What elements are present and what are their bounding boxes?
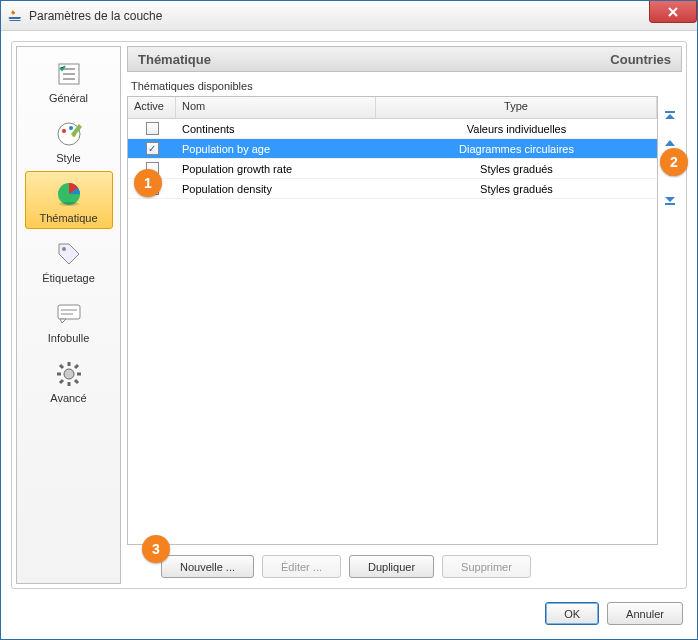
main-panel: Thématique Countries Thématiques disponi… — [127, 46, 682, 584]
col-type[interactable]: Type — [376, 97, 657, 118]
ok-button[interactable]: OK — [545, 602, 599, 625]
sidebar-item-style[interactable]: Style — [25, 111, 113, 169]
sidebar-item-general[interactable]: Général — [25, 51, 113, 109]
svg-point-9 — [64, 369, 74, 379]
cell-nom: Population growth rate — [176, 163, 376, 175]
active-checkbox[interactable]: ✓ — [146, 142, 159, 155]
checklist-icon — [53, 58, 85, 90]
cell-active: ✓ — [128, 142, 176, 155]
window-title: Paramètres de la couche — [29, 9, 162, 23]
tooltip-icon — [53, 298, 85, 330]
svg-point-3 — [69, 126, 73, 130]
move-bottom-icon — [663, 193, 677, 207]
action-buttons: Nouvelle ... Éditer ... Dupliquer Suppri… — [127, 545, 682, 584]
section-title: Thématique — [138, 52, 211, 67]
sidebar-item-avance[interactable]: Avancé — [25, 351, 113, 409]
col-active[interactable]: Active — [128, 97, 176, 118]
java-icon — [7, 8, 23, 24]
titlebar: Paramètres de la couche — [1, 1, 697, 31]
content-panel: Général Style Thématique Étiquetage Info… — [11, 41, 687, 589]
cell-nom: Population density — [176, 183, 376, 195]
svg-point-2 — [62, 129, 66, 133]
callout-2: 2 — [660, 148, 688, 176]
table-row[interactable]: ✓Population densityStyles gradués — [128, 179, 657, 199]
sidebar-item-label: Général — [49, 92, 88, 104]
move-bottom-button[interactable] — [662, 192, 678, 208]
svg-point-1 — [58, 123, 80, 145]
sidebar-item-label: Thématique — [39, 212, 97, 224]
sidebar-item-thematique[interactable]: Thématique — [25, 171, 113, 229]
table-row[interactable]: ContinentsValeurs individuelles — [128, 119, 657, 139]
sidebar-item-label: Avancé — [50, 392, 87, 404]
active-checkbox[interactable] — [146, 122, 159, 135]
tag-icon — [53, 238, 85, 270]
sidebar-item-infobulle[interactable]: Infobulle — [25, 291, 113, 349]
table-header: Active Nom Type — [128, 97, 657, 119]
sidebar-item-label: Étiquetage — [42, 272, 95, 284]
layer-name: Countries — [610, 52, 671, 67]
move-top-button[interactable] — [662, 108, 678, 124]
cell-type: Styles gradués — [376, 163, 657, 175]
cancel-button[interactable]: Annuler — [607, 602, 683, 625]
close-button[interactable] — [649, 1, 697, 23]
cell-nom: Population by age — [176, 143, 376, 155]
svg-point-7 — [62, 247, 66, 251]
close-icon — [668, 7, 678, 17]
sidebar: Général Style Thématique Étiquetage Info… — [16, 46, 121, 584]
col-nom[interactable]: Nom — [176, 97, 376, 118]
table-row[interactable]: Population growth rateStyles gradués — [128, 159, 657, 179]
table-area: Active Nom Type ContinentsValeurs indivi… — [127, 96, 682, 545]
available-thematics-label: Thématiques disponibles — [131, 80, 682, 92]
cell-type: Diagrammes circulaires — [376, 143, 657, 155]
sidebar-item-label: Style — [56, 152, 80, 164]
table-row[interactable]: ✓Population by ageDiagrammes circulaires — [128, 139, 657, 159]
section-header: Thématique Countries — [127, 46, 682, 72]
new-button[interactable]: Nouvelle ... — [161, 555, 254, 578]
cell-active — [128, 122, 176, 135]
sidebar-item-label: Infobulle — [48, 332, 90, 344]
duplicate-button[interactable]: Dupliquer — [349, 555, 434, 578]
cell-nom: Continents — [176, 123, 376, 135]
cell-type: Styles gradués — [376, 183, 657, 195]
sidebar-item-etiquetage[interactable]: Étiquetage — [25, 231, 113, 289]
delete-button: Supprimer — [442, 555, 531, 578]
dialog-footer: OK Annuler — [545, 602, 683, 625]
svg-point-6 — [59, 202, 79, 206]
palette-icon — [53, 118, 85, 150]
gear-icon — [53, 358, 85, 390]
svg-rect-8 — [58, 305, 80, 319]
thematics-table[interactable]: Active Nom Type ContinentsValeurs indivi… — [127, 96, 658, 545]
dialog-window: Paramètres de la couche Général Style Th… — [0, 0, 698, 640]
callout-3: 3 — [142, 535, 170, 563]
cell-type: Valeurs individuelles — [376, 123, 657, 135]
pie-chart-icon — [53, 178, 85, 210]
callout-1: 1 — [134, 169, 162, 197]
table-body: ContinentsValeurs individuelles✓Populati… — [128, 119, 657, 544]
edit-button: Éditer ... — [262, 555, 341, 578]
move-top-icon — [663, 109, 677, 123]
